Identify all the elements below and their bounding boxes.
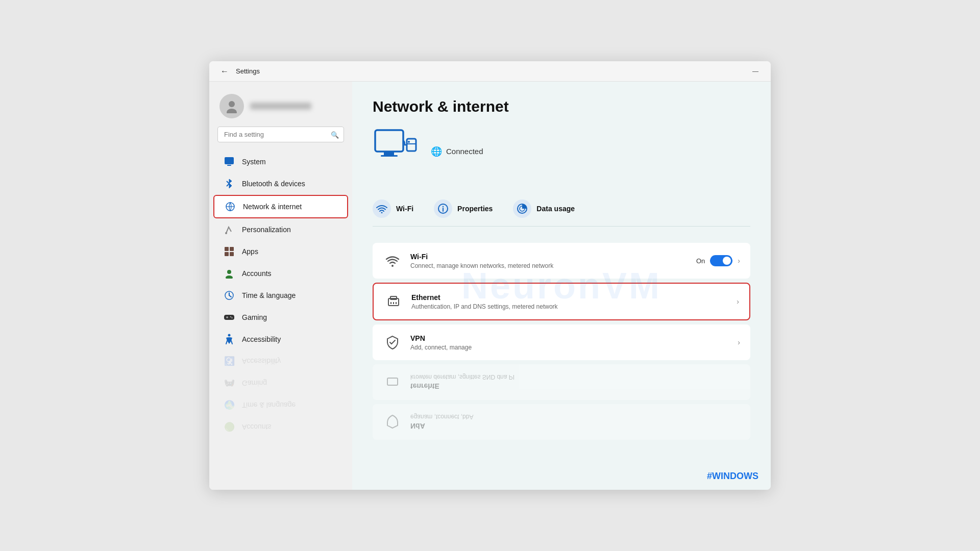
quick-properties[interactable]: Properties: [434, 199, 493, 218]
network-items-list: Wi-Fi Connect, manage known networks, me…: [373, 243, 750, 440]
sidebar-item-label-bluetooth: Bluetooth & devices: [242, 180, 305, 188]
settings-window: ← Settings — 🔍: [209, 61, 771, 490]
accessibility-icon: [224, 334, 235, 345]
personalization-icon: [224, 224, 235, 235]
connected-label: Connected: [446, 147, 483, 156]
wifi-item-desc: Connect, manage known networks, metered …: [410, 262, 696, 269]
wifi-quick-icon: [373, 199, 391, 218]
data-usage-icon: [513, 199, 531, 218]
sidebar: 🔍 System Bluetooth & devices: [209, 82, 352, 490]
quick-wifi[interactable]: Wi-Fi: [373, 199, 413, 218]
reflected-items: NdA eganam ,tconnect ,bbA tenrehtE kr: [373, 364, 750, 440]
gaming-icon-r: 🎮: [224, 378, 235, 389]
search-box: 🔍: [217, 127, 344, 142]
quick-properties-label: Properties: [457, 205, 493, 213]
sidebar-item-apps[interactable]: Apps: [213, 241, 348, 262]
properties-icon: [434, 199, 452, 218]
back-button[interactable]: ←: [217, 64, 232, 79]
svg-rect-24: [381, 155, 398, 157]
ethernet-item-title: Ethernet: [411, 293, 737, 302]
sidebar-item-label-accounts: Accounts: [242, 269, 272, 278]
wifi-toggle[interactable]: [710, 255, 732, 266]
network-item-ethernet-reflected: tenrehtE krowten deretam ,sgnittes SND d…: [373, 364, 750, 400]
titlebar: ← Settings —: [209, 61, 771, 82]
ethernet-reflected-text: tenrehtE krowten deretam ,sgnittes SND d…: [410, 374, 740, 391]
wifi-item-right: On ›: [696, 255, 740, 266]
svg-rect-7: [225, 247, 229, 251]
sidebar-item-label-network: Network & internet: [243, 203, 302, 211]
window-controls: —: [748, 64, 763, 79]
network-item-wifi[interactable]: Wi-Fi Connect, manage known networks, me…: [373, 243, 750, 279]
ethernet-item-right: ›: [737, 297, 739, 306]
ethernet-reflected-icon: [383, 372, 402, 392]
window-title: Settings: [236, 67, 260, 75]
sidebar-item-label-system: System: [242, 158, 266, 166]
ethernet-item-desc: Authentication, IP and DNS settings, met…: [411, 303, 737, 310]
network-item-vpn[interactable]: VPN Add, connect, manage ›: [373, 324, 750, 360]
sidebar-item-accessibility-reflected: ♿ Accessibility: [213, 350, 348, 372]
svg-point-31: [443, 206, 444, 207]
svg-point-18: [231, 317, 232, 318]
apps-icon: [224, 246, 235, 257]
quick-actions: Wi-Fi Properties: [373, 191, 750, 227]
quick-data-usage-label: Data usage: [536, 205, 575, 213]
quick-data-usage[interactable]: Data usage: [513, 199, 575, 218]
svg-rect-23: [384, 152, 394, 155]
wifi-item-icon: [383, 251, 402, 270]
network-hero-icon: [373, 128, 419, 175]
sidebar-item-bluetooth[interactable]: Bluetooth & devices: [213, 173, 348, 194]
vpn-reflected-text: NdA eganam ,tconnect ,bbA: [410, 414, 740, 431]
sidebar-item-network[interactable]: Network & internet: [213, 195, 348, 218]
sidebar-item-time[interactable]: Time & language: [213, 285, 348, 306]
username: [250, 103, 311, 110]
wifi-toggle-label: On: [696, 257, 705, 265]
sidebar-item-accounts[interactable]: Accounts: [213, 263, 348, 284]
svg-rect-14: [224, 315, 234, 320]
accessibility-icon-r: ♿: [224, 356, 235, 367]
svg-rect-10: [230, 252, 234, 256]
svg-rect-40: [387, 378, 398, 385]
sidebar-item-personalization[interactable]: Personalization: [213, 219, 348, 240]
avatar: [219, 94, 244, 118]
svg-point-19: [228, 334, 231, 337]
svg-rect-9: [225, 252, 229, 256]
brand-label: #WINDOWS: [707, 471, 758, 482]
search-icon: 🔍: [331, 131, 339, 138]
svg-point-34: [391, 265, 394, 267]
network-item-vpn-reflected: NdA eganam ,tconnect ,bbA: [373, 404, 750, 440]
svg-rect-3: [227, 165, 231, 166]
vpn-item-title: VPN: [410, 334, 738, 342]
network-item-ethernet[interactable]: Ethernet Authentication, IP and DNS sett…: [373, 283, 750, 320]
ethernet-chevron: ›: [737, 297, 739, 306]
sidebar-item-accessibility[interactable]: Accessibility: [213, 329, 348, 350]
page-title: Network & internet: [373, 98, 750, 115]
svg-point-17: [230, 316, 231, 317]
svg-line-20: [226, 341, 227, 344]
sidebar-item-time-reflected: 🌍 Time & language: [213, 394, 348, 416]
wifi-item-text: Wi-Fi Connect, manage known networks, me…: [410, 253, 696, 269]
svg-rect-25: [407, 139, 416, 151]
sidebar-item-system[interactable]: System: [213, 151, 348, 172]
svg-point-6: [225, 232, 227, 234]
system-icon: [224, 156, 235, 167]
vpn-reflected-icon: [383, 412, 402, 432]
network-icon: [225, 201, 236, 212]
search-input[interactable]: [217, 127, 344, 142]
svg-rect-2: [225, 157, 234, 164]
sidebar-item-gaming-reflected: 🎮 Gaming: [213, 372, 348, 394]
nav-list: System Bluetooth & devices Network & int…: [209, 151, 352, 438]
svg-line-21: [231, 341, 232, 344]
ethernet-item-icon: [384, 292, 403, 311]
accounts-icon-r: 🟢: [224, 421, 235, 433]
sidebar-item-label-gaming: Gaming: [242, 313, 267, 321]
minimize-button[interactable]: —: [748, 64, 763, 79]
sidebar-item-label-personalization: Personalization: [242, 226, 291, 234]
svg-point-11: [227, 270, 231, 274]
ethernet-item-text: Ethernet Authentication, IP and DNS sett…: [411, 293, 737, 310]
vpn-item-text: VPN Add, connect, manage: [410, 334, 738, 351]
sidebar-item-gaming[interactable]: Gaming: [213, 307, 348, 328]
svg-point-0: [229, 101, 235, 107]
svg-point-1: [227, 109, 237, 113]
svg-point-12: [226, 276, 233, 279]
vpn-chevron: ›: [738, 338, 740, 346]
